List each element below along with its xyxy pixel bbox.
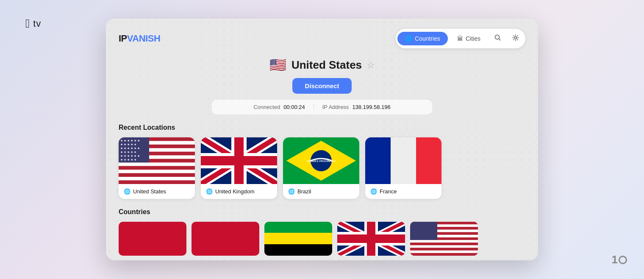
fr-globe-icon: 🌐 (370, 188, 377, 195)
cities-building-icon: 🏛 (457, 35, 463, 42)
svg-rect-37 (365, 137, 391, 184)
tab-countries[interactable]: 🌐 Countries (397, 32, 448, 45)
svg-rect-15 (119, 177, 195, 180)
svg-rect-13 (119, 170, 195, 173)
flag-br-container: ORDEM E PROGRESSO (283, 137, 359, 184)
svg-rect-61 (410, 251, 478, 253)
status-ip: IP Address 138.199.58.196 (314, 104, 399, 110)
svg-rect-48 (337, 234, 405, 243)
logo-vanish: VANISH (127, 33, 161, 44)
app-logo: IPVANISH (119, 33, 160, 44)
ten-number: 1 (612, 253, 618, 266)
country-thumb-4[interactable] (337, 222, 405, 256)
svg-point-2 (515, 37, 517, 39)
svg-text:★ ★ ★ ★ ★: ★ ★ ★ ★ ★ (120, 158, 136, 161)
svg-rect-58 (410, 243, 478, 245)
location-cards-row: ★ ★ ★ ★ ★ ★ ★ ★ ★ ★ ★ ★ ★ ★ ★ ★ ★ ★ ★ ★ … (119, 137, 525, 199)
countries-thumbs-row (119, 222, 525, 256)
flag-br-svg: ORDEM E PROGRESSO (283, 137, 359, 184)
disconnect-button[interactable]: Disconnect (292, 78, 352, 94)
gear-icon (512, 34, 519, 43)
settings-button[interactable] (508, 31, 524, 47)
search-button[interactable] (490, 31, 506, 47)
br-globe-icon: 🌐 (288, 188, 295, 195)
svg-rect-16 (119, 181, 195, 184)
svg-text:★ ★ ★ ★ ★ ★: ★ ★ ★ ★ ★ ★ (120, 147, 140, 150)
ip-value: 138.199.58.196 (352, 104, 390, 110)
countries-section: Countries (119, 208, 525, 256)
main-content: IPVANISH 🌐 Countries 🏛 Cities (106, 19, 538, 260)
tab-cities-label: Cities (466, 35, 480, 42)
svg-text:★ ★ ★ ★ ★ ★: ★ ★ ★ ★ ★ ★ (120, 139, 140, 142)
recent-locations-section: Recent Locations (119, 124, 525, 199)
location-card-fr[interactable]: 🌐 France (365, 137, 441, 199)
svg-text:★ ★ ★ ★ ★: ★ ★ ★ ★ ★ (120, 151, 136, 153)
svg-rect-62 (410, 253, 478, 256)
flag-us-container: ★ ★ ★ ★ ★ ★ ★ ★ ★ ★ ★ ★ ★ ★ ★ ★ ★ ★ ★ ★ … (119, 137, 195, 184)
flag-fr-svg (365, 137, 441, 184)
tab-cities[interactable]: 🏛 Cities (450, 32, 488, 45)
svg-text:ORDEM E PROGRESSO: ORDEM E PROGRESSO (307, 160, 336, 162)
svg-rect-12 (119, 166, 195, 170)
country-thumb-5[interactable] (410, 222, 478, 256)
fr-country-name: France (380, 188, 397, 195)
ip-label: IP Address (322, 104, 349, 110)
ten-circle (619, 256, 627, 264)
flag-gb-container (201, 137, 277, 184)
countries-title: Countries (119, 208, 525, 216)
country-header: 🇺🇸 United States ☆ (119, 57, 525, 73)
flag-gb-svg (201, 137, 277, 184)
us-country-name: United States (133, 188, 166, 195)
flag-us-svg: ★ ★ ★ ★ ★ ★ ★ ★ ★ ★ ★ ★ ★ ★ ★ ★ ★ ★ ★ ★ … (119, 137, 195, 184)
svg-rect-63 (410, 222, 437, 240)
tab-countries-label: Countries (415, 35, 440, 42)
location-card-br[interactable]: ORDEM E PROGRESSO 🌐 Brazil (283, 137, 359, 199)
connected-label: Connected (253, 104, 280, 110)
connection-time: 00:00:24 (283, 104, 305, 110)
tv-label: tv (33, 18, 41, 29)
flag-fr-container (365, 137, 441, 184)
br-card-label: 🌐 Brazil (283, 184, 359, 199)
svg-rect-39 (416, 137, 441, 184)
nav-tabs-container: 🌐 Countries 🏛 Cities (396, 29, 525, 48)
version-badge: 1 (612, 253, 627, 266)
svg-rect-57 (410, 240, 478, 243)
svg-text:★ ★ ★ ★ ★ ★: ★ ★ ★ ★ ★ ★ (120, 154, 140, 157)
gb-card-label: 🌐 United Kingdom (201, 184, 277, 199)
svg-line-1 (499, 39, 501, 41)
svg-rect-32 (201, 156, 277, 165)
country-thumb-3[interactable] (264, 222, 332, 256)
us-globe-icon: 🌐 (124, 188, 130, 195)
status-connected: Connected 00:00:24 (245, 104, 314, 110)
svg-rect-59 (410, 245, 478, 248)
main-window: IPVANISH 🌐 Countries 🏛 Cities (106, 19, 538, 260)
br-country-name: Brazil (297, 188, 311, 195)
svg-rect-14 (119, 173, 195, 177)
svg-rect-60 (410, 248, 478, 251)
svg-rect-38 (391, 137, 416, 184)
apple-icon:  (25, 17, 30, 31)
current-country-name: United States (291, 59, 362, 72)
gb-globe-icon: 🌐 (206, 188, 213, 195)
country-thumb-2[interactable] (192, 222, 259, 256)
search-icon (494, 34, 501, 43)
status-bar: Connected 00:00:24 IP Address 138.199.58… (212, 100, 432, 114)
location-card-us[interactable]: ★ ★ ★ ★ ★ ★ ★ ★ ★ ★ ★ ★ ★ ★ ★ ★ ★ ★ ★ ★ … (119, 137, 195, 199)
svg-text:★ ★ ★ ★ ★: ★ ★ ★ ★ ★ (120, 143, 136, 146)
svg-rect-11 (119, 162, 195, 166)
recent-locations-title: Recent Locations (119, 124, 525, 131)
current-country-flag: 🇺🇸 (269, 57, 286, 73)
us-card-label: 🌐 United States (119, 184, 195, 199)
apple-tv-logo:  tv (25, 17, 41, 31)
location-card-gb[interactable]: 🌐 United Kingdom (201, 137, 277, 199)
countries-globe-icon: 🌐 (405, 35, 412, 42)
header: IPVANISH 🌐 Countries 🏛 Cities (119, 29, 525, 48)
fr-card-label: 🌐 France (365, 184, 441, 199)
gb-country-name: United Kingdom (215, 188, 255, 195)
logo-ip: IP (119, 33, 127, 44)
country-thumb-1[interactable] (119, 222, 186, 256)
connected-section: 🇺🇸 United States ☆ Disconnect Connected … (119, 57, 525, 114)
favorite-star-icon[interactable]: ☆ (367, 60, 375, 70)
